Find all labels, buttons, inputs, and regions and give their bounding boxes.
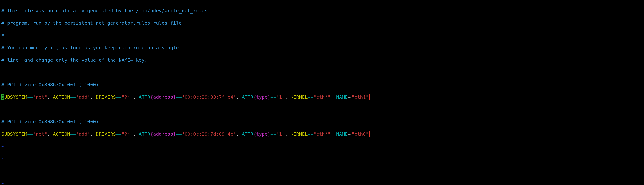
key-subsystem: SUBSYSTEM: [2, 131, 27, 137]
udev-rule-1: SUBSYSTEM=="net", ACTION=="add", DRIVERS…: [2, 94, 642, 100]
comma: ,: [90, 94, 96, 100]
op-eq: ==: [27, 94, 33, 100]
val-one: "1": [276, 131, 285, 137]
op-eq: ==: [70, 94, 76, 100]
val-ethstar: "eth*": [314, 94, 330, 100]
op-eq: ==: [70, 131, 76, 137]
op-eq: ==: [176, 94, 182, 100]
op-eq: ==: [270, 94, 276, 100]
comma: ,: [236, 94, 242, 100]
comment-line: # line, and change only the value of the…: [2, 57, 642, 63]
key-kernel: KERNEL: [290, 131, 308, 137]
vim-tilde: ~: [2, 168, 642, 174]
key-attr: ATTR: [242, 94, 253, 100]
key-attr: ATTR: [139, 131, 150, 137]
udev-rule-2: SUBSYSTEM=="net", ACTION=="add", DRIVERS…: [2, 131, 642, 137]
key-action: ACTION: [53, 131, 70, 137]
key-subsystem: UBSYSTEM: [4, 94, 27, 100]
comment-line: # You can modify it, as long as you keep…: [2, 45, 642, 51]
key-attr: ATTR: [139, 94, 150, 100]
pci-comment: # PCI device 0x8086:0x100f (e1000): [2, 82, 642, 88]
highlight-box-eth1: "eth1": [350, 94, 370, 100]
attr-address: {address}: [150, 131, 176, 137]
val-eth1: "eth1": [352, 94, 368, 100]
op-assign: =: [348, 94, 350, 100]
highlight-box-eth0: "eth0": [350, 131, 370, 137]
val-any: "?*": [122, 131, 133, 137]
vim-tilde: ~: [2, 156, 642, 162]
attr-type: {type}: [253, 94, 270, 100]
comma: ,: [285, 94, 290, 100]
key-action: ACTION: [53, 94, 70, 100]
comment-line: # This file was automatically generated …: [2, 7, 642, 14]
key-attr: ATTR: [242, 131, 253, 137]
comma: ,: [133, 94, 139, 100]
val-net: "net": [33, 94, 47, 100]
comma: ,: [285, 131, 290, 137]
comma: ,: [236, 131, 242, 137]
comma: ,: [47, 131, 53, 137]
op-eq: ==: [176, 131, 182, 137]
pci-comment: # PCI device 0x8086:0x100f (e1000): [2, 119, 642, 125]
blank-line: [2, 106, 642, 112]
attr-address: {address}: [150, 94, 176, 100]
op-eq: ==: [116, 94, 122, 100]
comma: ,: [330, 94, 336, 100]
op-eq: ==: [27, 131, 33, 137]
key-drivers: DRIVERS: [96, 131, 116, 137]
comment-line: # program, run by the persistent-net-gen…: [2, 20, 642, 26]
terminal-editor[interactable]: # This file was automatically generated …: [0, 0, 644, 185]
attr-type: {type}: [253, 131, 270, 137]
val-one: "1": [276, 94, 285, 100]
key-kernel: KERNEL: [290, 94, 308, 100]
val-eth0: "eth0": [352, 131, 368, 137]
cursor: S: [2, 94, 4, 100]
key-drivers: DRIVERS: [96, 94, 116, 100]
val-net: "net": [33, 131, 47, 137]
vim-tilde: ~: [2, 143, 642, 149]
comma: ,: [133, 131, 139, 137]
key-name: NAME: [336, 94, 348, 100]
val-add: "add": [76, 94, 90, 100]
val-add: "add": [76, 131, 90, 137]
op-eq: ==: [270, 131, 276, 137]
comment-line: #: [2, 32, 642, 38]
op-eq: ==: [116, 131, 122, 137]
comma: ,: [90, 131, 96, 137]
comma: ,: [47, 94, 53, 100]
val-ethstar: "eth*": [314, 131, 330, 137]
comma: ,: [330, 131, 336, 137]
op-eq: ==: [308, 131, 314, 137]
val-mac: "00:0c:29:83:7f:e4": [182, 94, 236, 100]
val-any: "?*": [122, 94, 133, 100]
key-name: NAME: [336, 131, 348, 137]
vim-tilde: ~: [2, 180, 642, 185]
val-mac: "00:0c:29:7d:09:4c": [182, 131, 236, 137]
op-eq: ==: [308, 94, 314, 100]
op-assign: =: [348, 131, 350, 137]
blank-line: [2, 69, 642, 75]
